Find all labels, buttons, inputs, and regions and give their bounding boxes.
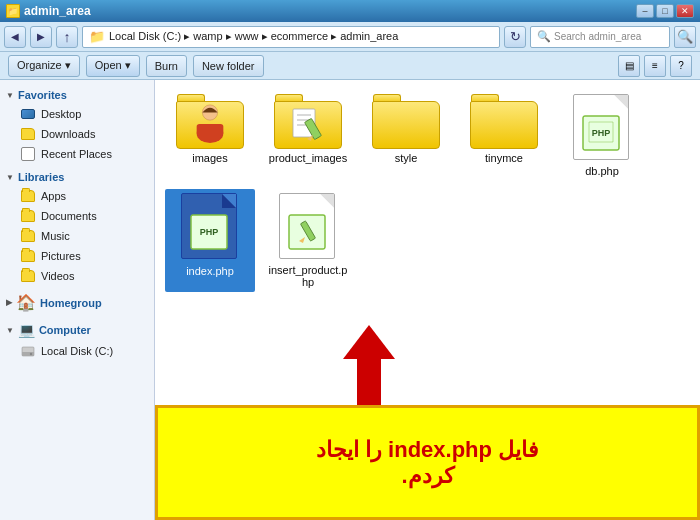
annotation-text: فایل index.php را ایجادکردم. <box>316 437 539 489</box>
file-item-index-php[interactable]: PHP index.php <box>165 189 255 292</box>
favorites-label: Favorites <box>18 89 67 101</box>
search-box[interactable]: 🔍 Search admin_area <box>530 26 670 48</box>
sidebar-item-videos[interactable]: Videos <box>0 266 154 286</box>
address-bar: ◀ ▶ ↑ 📁 Local Disk (C:) ▸ wamp ▸ www ▸ e… <box>0 22 700 52</box>
view-details-button[interactable]: ≡ <box>644 55 666 77</box>
insert-product-php-icon <box>279 193 337 261</box>
music-label: Music <box>41 230 70 242</box>
file-grid: images <box>165 90 690 292</box>
sidebar-item-downloads-label: Downloads <box>41 128 95 140</box>
window-title: admin_area <box>24 4 91 18</box>
file-item-db-php[interactable]: PHP db.php <box>557 90 647 181</box>
back-button[interactable]: ◀ <box>4 26 26 48</box>
address-box[interactable]: 📁 Local Disk (C:) ▸ wamp ▸ www ▸ ecommer… <box>82 26 500 48</box>
db-php-icon: PHP <box>573 94 631 162</box>
videos-folder-icon <box>20 268 36 284</box>
arrow-annotation: فایل index.php را ایجادکردم. <box>155 365 700 520</box>
views-button[interactable]: ▤ <box>618 55 640 77</box>
svg-text:PHP: PHP <box>592 128 611 138</box>
computer-label: Computer <box>39 324 91 336</box>
homegroup-arrow: ▶ <box>6 298 12 307</box>
homegroup-header[interactable]: ▶ 🏠 Homegroup <box>0 290 154 315</box>
svg-point-2 <box>30 353 32 355</box>
new-folder-button[interactable]: New folder <box>193 55 264 77</box>
libraries-label: Libraries <box>18 171 64 183</box>
product-images-folder-icon <box>273 94 343 149</box>
libraries-arrow: ▼ <box>6 173 14 182</box>
file-item-product-images[interactable]: product_images <box>263 90 353 181</box>
help-button[interactable]: ? <box>670 55 692 77</box>
computer-icon: 💻 <box>18 322 35 338</box>
computer-arrow: ▼ <box>6 326 14 335</box>
search-icon: 🔍 <box>537 30 551 43</box>
recent-icon <box>20 146 36 162</box>
burn-button[interactable]: Burn <box>146 55 187 77</box>
images-label: images <box>192 152 227 164</box>
close-button[interactable]: ✕ <box>676 4 694 18</box>
window-icon: 📁 <box>6 4 20 18</box>
apps-folder-icon <box>20 188 36 204</box>
title-bar: 📁 admin_area – □ ✕ <box>0 0 700 22</box>
forward-button[interactable]: ▶ <box>30 26 52 48</box>
arrow-head <box>343 325 395 359</box>
minimize-button[interactable]: – <box>636 4 654 18</box>
arrow-shaft <box>357 359 381 405</box>
computer-header[interactable]: ▼ 💻 Computer <box>0 319 154 341</box>
main-area: ▼ Favorites Desktop Downloads Recent Pl <box>0 80 700 520</box>
toolbar-right: ▤ ≡ ? <box>618 55 692 77</box>
toolbar: Organize ▾ Open ▾ Burn New folder ▤ ≡ ? <box>0 52 700 80</box>
search-placeholder: Search admin_area <box>554 31 641 42</box>
sidebar-item-recent[interactable]: Recent Places <box>0 144 154 164</box>
refresh-button[interactable]: ↻ <box>504 26 526 48</box>
tinymce-label: tinymce <box>485 152 523 164</box>
product-images-label: product_images <box>269 152 347 164</box>
apps-label: Apps <box>41 190 66 202</box>
homegroup-section: ▶ 🏠 Homegroup <box>0 290 154 315</box>
sidebar-item-desktop[interactable]: Desktop <box>0 104 154 124</box>
local-disk-icon <box>20 343 36 359</box>
documents-folder-icon <box>20 208 36 224</box>
file-item-style[interactable]: style <box>361 90 451 181</box>
libraries-section: ▼ Libraries Apps Documents Music Picture… <box>0 168 154 286</box>
file-item-images[interactable]: images <box>165 90 255 181</box>
sidebar-item-desktop-label: Desktop <box>41 108 81 120</box>
favorites-header[interactable]: ▼ Favorites <box>0 86 154 104</box>
sidebar-item-pictures[interactable]: Pictures <box>0 246 154 266</box>
style-label: style <box>395 152 418 164</box>
yellow-annotation-box: فایل index.php را ایجادکردم. <box>155 405 700 520</box>
pictures-folder-icon <box>20 248 36 264</box>
homegroup-icon: 🏠 <box>16 293 36 312</box>
sidebar-item-recent-label: Recent Places <box>41 148 112 160</box>
desktop-icon <box>20 106 36 122</box>
music-folder-icon <box>20 228 36 244</box>
svg-rect-1 <box>22 352 34 356</box>
pictures-label: Pictures <box>41 250 81 262</box>
svg-rect-5 <box>197 124 224 135</box>
libraries-header[interactable]: ▼ Libraries <box>0 168 154 186</box>
videos-label: Videos <box>41 270 74 282</box>
tinymce-folder-icon <box>469 94 539 149</box>
sidebar-item-apps[interactable]: Apps <box>0 186 154 206</box>
up-button[interactable]: ↑ <box>56 26 78 48</box>
sidebar-item-local-disk[interactable]: Local Disk (C:) <box>0 341 154 361</box>
file-item-tinymce[interactable]: tinymce <box>459 90 549 181</box>
computer-section: ▼ 💻 Computer Local Disk (C:) <box>0 319 154 361</box>
style-folder-icon <box>371 94 441 149</box>
index-php-label: index.php <box>183 264 237 278</box>
local-disk-label: Local Disk (C:) <box>41 345 113 357</box>
favorites-arrow: ▼ <box>6 91 14 100</box>
open-button[interactable]: Open ▾ <box>86 55 140 77</box>
sidebar-item-music[interactable]: Music <box>0 226 154 246</box>
sidebar-item-documents[interactable]: Documents <box>0 206 154 226</box>
file-item-insert-product[interactable]: insert_product.php <box>263 189 353 292</box>
search-go-button[interactable]: 🔍 <box>674 26 696 48</box>
db-php-label: db.php <box>585 165 619 177</box>
sidebar-item-downloads[interactable]: Downloads <box>0 124 154 144</box>
images-folder-icon <box>175 94 245 149</box>
index-php-icon: PHP <box>181 193 239 261</box>
file-content: images <box>155 80 700 520</box>
homegroup-label: Homegroup <box>40 297 102 309</box>
maximize-button[interactable]: □ <box>656 4 674 18</box>
insert-product-label: insert_product.php <box>267 264 349 288</box>
organize-button[interactable]: Organize ▾ <box>8 55 80 77</box>
